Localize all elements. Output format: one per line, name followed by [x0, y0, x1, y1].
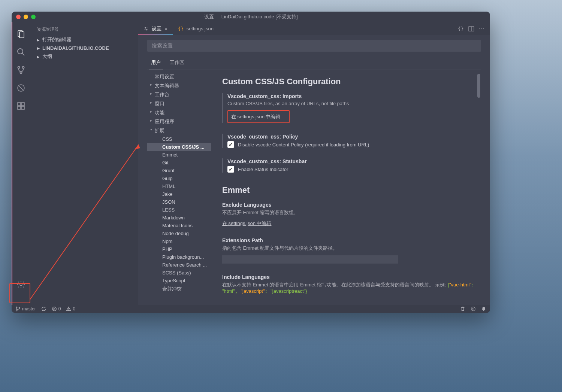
svg-rect-11: [18, 106, 21, 109]
toc-common[interactable]: 常用设置: [147, 72, 211, 81]
toc-merge[interactable]: 合并冲突: [147, 285, 211, 294]
section-heading-emmet: Emmet: [222, 185, 477, 195]
json-icon: {}: [178, 26, 183, 31]
toc-custom-css[interactable]: Custom CSS/JS ...: [147, 143, 211, 151]
edit-in-json-link[interactable]: 在 settings.json 中编辑: [231, 113, 281, 120]
setting-include-languages: Include Languages 在默认不支持 Emmet 的语言中启用 Em…: [222, 274, 477, 294]
sidebar-workspace-root[interactable]: ▸LINDAIDAI.GITHUB.IO.CODE: [30, 44, 138, 52]
traffic-lights: [12, 15, 36, 19]
setting-title: Vscode_custom_css: Statusbar: [227, 158, 477, 164]
setting-desc: Custom CSS/JS files, as an array of URLs…: [227, 101, 477, 106]
setting-title: Exclude Languages: [222, 202, 477, 208]
settings-editor: 用户 工作区 常用设置 文本编辑器 工作台 窗口 功能 应用程序 扩展 CSS …: [138, 35, 490, 305]
split-editor-icon[interactable]: [468, 26, 474, 32]
toc-workbench[interactable]: 工作台: [147, 90, 211, 99]
sync-icon[interactable]: [41, 306, 46, 312]
extensions-path-input[interactable]: [222, 255, 398, 264]
toc-gulp[interactable]: Gulp: [147, 174, 211, 182]
status-errors[interactable]: 0: [52, 306, 61, 312]
scope-tabs: 用户 工作区: [147, 57, 481, 70]
close-tab-icon[interactable]: ×: [164, 26, 167, 32]
settings-toc: 常用设置 文本编辑器 工作台 窗口 功能 应用程序 扩展 CSS Custom …: [147, 72, 211, 300]
open-json-icon[interactable]: {}: [458, 26, 464, 31]
search-settings-input[interactable]: [147, 40, 481, 52]
tab-settings-json[interactable]: {} settings.json: [173, 22, 219, 35]
tab-label: 设置: [152, 25, 161, 32]
minimize-window-button[interactable]: [24, 15, 28, 19]
policy-checkbox[interactable]: ✓: [227, 141, 234, 148]
adjust-icon: [143, 26, 149, 31]
setting-desc: 指向包含 Emmet 配置文件与代码片段的文件夹路径。: [222, 245, 477, 252]
scrollbar-thumb[interactable]: [477, 74, 480, 98]
highlight-edit-in-json: 在 settings.json 中编辑: [227, 110, 290, 123]
svg-point-17: [146, 29, 147, 30]
vscode-window: 设置 — LinDaiDai.github.io.code [不受支持]: [12, 12, 490, 313]
checkbox-label: Enable Status Indicator: [238, 167, 288, 172]
scope-user[interactable]: 用户: [147, 57, 164, 70]
tab-label: settings.json: [187, 26, 214, 31]
toc-css[interactable]: CSS: [147, 135, 211, 143]
setting-title: Include Languages: [222, 274, 477, 280]
source-control-icon[interactable]: [12, 61, 30, 79]
toc-application[interactable]: 应用程序: [147, 117, 211, 126]
setting-title: Vscode_custom_css: Policy: [227, 134, 477, 140]
svg-rect-10: [21, 103, 24, 106]
settings-list[interactable]: Custom CSS/JS Configuration Vscode_custo…: [211, 72, 481, 300]
trash-icon[interactable]: [460, 306, 465, 312]
svg-rect-12: [21, 106, 24, 109]
toc-plugin-background[interactable]: Plugin backgroun...: [147, 253, 211, 261]
setting-desc: 在默认不支持 Emmet 的语言中启用 Emmet 缩写功能。在此添加该语言与受…: [222, 282, 477, 294]
checkbox-label: Disable vscode Content Policy (required …: [238, 142, 369, 148]
svg-point-2: [18, 49, 23, 54]
status-warnings[interactable]: 0: [66, 306, 75, 312]
svg-point-21: [16, 310, 17, 311]
svg-point-5: [22, 67, 24, 69]
svg-point-20: [16, 307, 17, 308]
scrollbar[interactable]: [477, 72, 481, 300]
editor-tabs: 设置 × {} settings.json {} ···: [138, 22, 490, 35]
toc-php[interactable]: PHP: [147, 245, 211, 253]
setting-exclude-languages: Exclude Languages 不应展开 Emmet 缩写的语言数组。 在 …: [222, 202, 477, 227]
toc-features[interactable]: 功能: [147, 108, 211, 117]
toc-json[interactable]: JSON: [147, 198, 211, 206]
smiley-icon[interactable]: [471, 306, 476, 312]
close-window-button[interactable]: [16, 15, 21, 19]
maximize-window-button[interactable]: [31, 15, 36, 19]
more-icon[interactable]: ···: [479, 25, 485, 32]
svg-point-29: [472, 308, 473, 309]
titlebar: 设置 — LinDaiDai.github.io.code [不受支持]: [12, 12, 490, 22]
edit-in-json-link[interactable]: 在 settings.json 中编辑: [222, 220, 272, 227]
toc-material-icons[interactable]: Material Icons: [147, 222, 211, 230]
scope-workspace[interactable]: 工作区: [166, 57, 188, 70]
toc-npm[interactable]: Npm: [147, 237, 211, 245]
annotation-gear-highlight: [9, 283, 30, 303]
toc-grunt[interactable]: Grunt: [147, 167, 211, 174]
setting-title: Vscode_custom_css: Imports: [227, 93, 477, 99]
tab-actions: {} ···: [458, 22, 490, 35]
explorer-icon[interactable]: [12, 25, 30, 43]
sidebar-outline[interactable]: ▸大纲: [30, 52, 138, 61]
toc-git[interactable]: Git: [147, 159, 211, 167]
toc-reference-search[interactable]: Reference Search ...: [147, 261, 211, 269]
toc-extensions[interactable]: 扩展: [147, 126, 211, 135]
tab-settings[interactable]: 设置 ×: [138, 22, 173, 35]
toc-markdown[interactable]: Markdown: [147, 214, 211, 222]
toc-window[interactable]: 窗口: [147, 99, 211, 108]
git-branch[interactable]: master: [15, 306, 36, 312]
toc-emmet[interactable]: Emmet: [147, 151, 211, 159]
toc-html[interactable]: HTML: [147, 182, 211, 190]
bell-icon[interactable]: [481, 306, 486, 312]
sidebar-open-editors[interactable]: ▸打开的编辑器: [30, 35, 138, 44]
toc-jake[interactable]: Jake: [147, 190, 211, 198]
toc-node-debug[interactable]: Node debug: [147, 230, 211, 237]
toc-typescript[interactable]: TypeScript: [147, 277, 211, 285]
setting-desc: 不应展开 Emmet 缩写的语言数组。: [222, 209, 477, 216]
toc-less[interactable]: LESS: [147, 206, 211, 214]
debug-icon[interactable]: [12, 79, 30, 97]
sidebar-explorer: 资源管理器 ▸打开的编辑器 ▸LINDAIDAI.GITHUB.IO.CODE …: [30, 22, 138, 305]
toc-text-editor[interactable]: 文本编辑器: [147, 81, 211, 90]
toc-scss[interactable]: SCSS (Sass): [147, 269, 211, 277]
search-icon[interactable]: [12, 43, 30, 61]
extensions-icon[interactable]: [12, 97, 30, 115]
statusbar-checkbox[interactable]: ✓: [227, 166, 234, 173]
